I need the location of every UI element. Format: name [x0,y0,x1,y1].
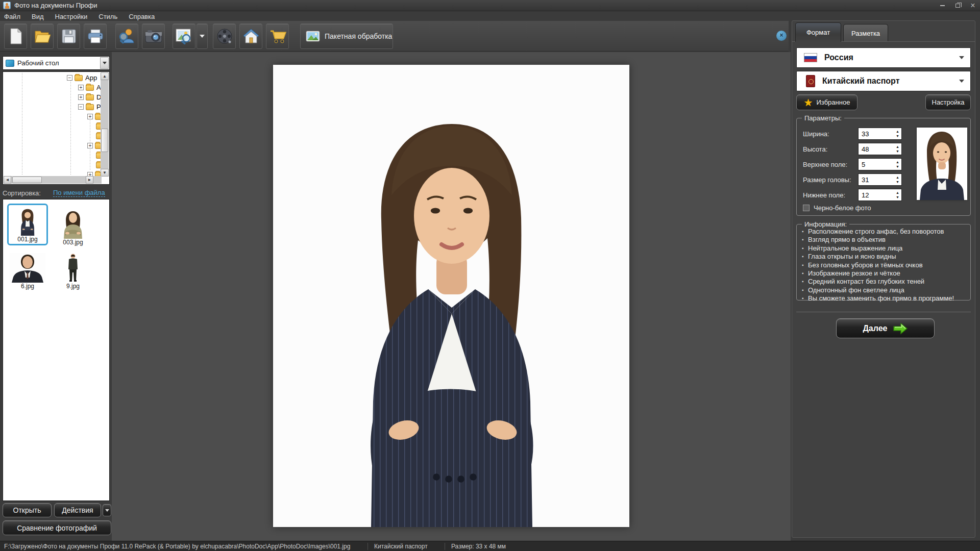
shop-button[interactable] [266,23,289,49]
open-folder-icon [34,28,51,44]
shopping-cart-icon [268,28,287,44]
russia-flag-icon [804,53,817,62]
toolbar-close-badge[interactable]: × [776,31,787,41]
camera-button[interactable] [142,23,165,49]
thumb-image [65,253,81,283]
tree-item[interactable]: +De [78,93,101,102]
top-margin-input[interactable] [859,161,888,168]
width-input[interactable] [859,130,888,138]
country-select[interactable]: Россия [796,47,971,68]
open-button[interactable]: Открыть [3,503,52,517]
next-button[interactable]: Далее [836,318,935,338]
bottom-margin-input[interactable] [859,191,888,199]
file-item[interactable]: 003.jpg [53,205,93,247]
file-list[interactable]: 001.jpg 003.jpg [3,199,110,501]
file-browser-panel: Рабочий стол −App +Ap +De −Ph [1,53,111,541]
batch-processing-button[interactable]: Пакетная обработка [300,23,393,49]
green-arrow-icon [893,322,908,335]
spinner-arrows[interactable]: ▲▼ [896,176,899,184]
height-input[interactable] [859,145,888,153]
tree-item[interactable]: +Ap [78,83,101,92]
sort-label: Сортировка: [3,189,41,197]
chevron-down-icon [959,56,964,59]
sort-by-filename-link[interactable]: По имени файла [53,189,105,197]
spinner-arrows[interactable]: ▲▼ [896,130,899,138]
tab-layout[interactable]: Разметка [843,24,888,42]
menu-settings[interactable]: Настройки [55,13,88,20]
scroll-right-arrow[interactable]: ► [86,176,93,184]
checkbox-icon [803,205,810,211]
tree-item[interactable]: + [87,170,101,176]
scroll-up-arrow[interactable]: ▲ [101,72,109,80]
main-photo[interactable] [273,65,629,527]
close-button[interactable]: × [969,1,977,10]
film-button[interactable] [213,23,236,49]
file-item-selected[interactable]: 001.jpg [7,204,48,245]
save-button[interactable] [57,23,80,49]
open-folder-button[interactable] [31,23,54,49]
folder-select-arrow[interactable] [100,57,109,69]
home-button[interactable] [239,23,262,49]
desktop-icon [6,60,14,67]
actions-dropdown-arrow[interactable] [103,504,111,516]
tree-item[interactable]: + [87,112,101,121]
menu-file[interactable]: Файл [4,13,20,20]
view-image-button[interactable] [173,23,195,49]
view-image-dropdown[interactable] [197,23,208,49]
tree-item[interactable]: −Ph [78,103,101,111]
favorites-button[interactable]: ★ Избранное [796,94,857,110]
height-spinner[interactable]: ▲▼ [858,143,902,155]
spinner-arrows[interactable]: ▲▼ [896,161,899,168]
parameters-title: Параметры: [802,114,844,122]
file-item[interactable]: 6.jpg [7,249,48,291]
bw-photo-checkbox[interactable]: Черно-белое фото [803,204,871,212]
find-person-button[interactable] [115,23,138,49]
folder-tree[interactable]: −App +Ap +De −Ph + [3,71,110,185]
tree-item[interactable]: −App [67,73,97,82]
format-preview-photo [917,128,967,200]
scroll-left-arrow[interactable]: ◄ [4,176,11,184]
folder-select[interactable]: Рабочий стол [3,56,110,70]
folder-icon [86,85,94,91]
preview-image [917,128,967,200]
separator [796,312,971,312]
file-item[interactable]: 9.jpg [53,249,93,291]
info-item: Вы сможете заменить фон прямо в программ… [802,294,966,303]
document-select[interactable]: Китайский паспорт [796,71,971,91]
compare-photos-button[interactable]: Сравнение фотографий [3,520,111,535]
width-spinner[interactable]: ▲▼ [858,128,902,140]
scrollbar-thumb[interactable] [101,129,108,152]
spinner-arrows[interactable]: ▲▼ [896,145,899,153]
top-margin-spinner[interactable]: ▲▼ [858,158,902,170]
tree-horizontal-scrollbar[interactable]: ◄ ► [4,176,102,184]
menu-view[interactable]: Вид [32,13,44,20]
new-document-button[interactable] [4,23,27,49]
menu-style[interactable]: Стиль [99,13,117,20]
spinner-arrows[interactable]: ▲▼ [896,191,899,199]
head-size-spinner[interactable]: ▲▼ [858,173,902,186]
camera-icon [144,29,163,44]
find-person-icon [118,28,136,45]
parameters-group: Параметры: Ширина: ▲▼ Высота: ▲▼ Верхнее… [796,118,971,216]
scroll-down-arrow[interactable]: ▼ [101,169,109,177]
minimize-button[interactable] [938,5,946,6]
thumb-image [10,253,45,283]
tree-vertical-scrollbar[interactable]: ▲ ▼ [101,72,109,177]
view-image-icon [175,28,193,44]
next-label: Далее [863,324,887,333]
tree-item[interactable]: + [87,141,101,150]
bottom-margin-spinner[interactable]: ▲▼ [858,189,902,201]
window-title: Фото на документы Профи [14,2,97,9]
menu-help[interactable]: Справка [129,13,155,20]
document-value: Китайский паспорт [822,77,900,86]
settings-button[interactable]: Настройка [925,94,971,110]
scrollbar-thumb[interactable] [12,177,42,183]
head-size-input[interactable] [859,176,888,184]
actions-button[interactable]: Действия [54,503,101,517]
thumbnail-6 [10,249,45,283]
film-reel-icon [216,28,233,45]
maximize-button[interactable] [953,4,962,8]
tab-format[interactable]: Формат [795,22,841,42]
print-button[interactable] [84,23,107,49]
information-title: Информация: [802,220,849,228]
